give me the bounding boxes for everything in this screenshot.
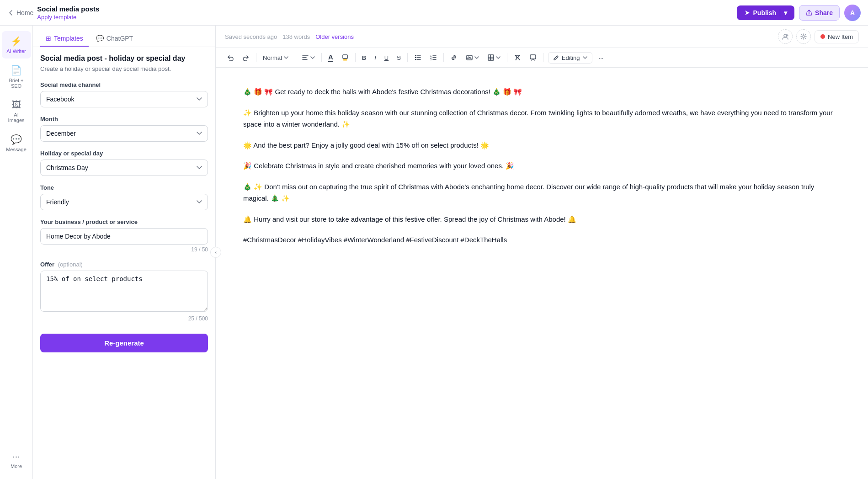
add-collaborator-button[interactable] <box>778 29 793 44</box>
gear-icon <box>800 33 807 40</box>
image-icon: 🖼 <box>12 100 21 110</box>
editor-paragraph-3: 🌟 And the best part? Enjoy a jolly good … <box>243 139 841 151</box>
icon-sidebar: ⚡ AI Writer 📄 Brief + SEO 🖼 AI Images 💬 … <box>0 26 33 479</box>
table-button[interactable] <box>484 52 504 64</box>
tab-templates[interactable]: ⊞ Templates <box>40 31 89 47</box>
bold-icon: B <box>362 54 366 61</box>
sidebar-item-more[interactable]: ··· More <box>2 447 31 474</box>
highlight-button[interactable] <box>338 52 352 64</box>
tab-templates-label: Templates <box>54 35 83 42</box>
redo-icon <box>242 54 250 61</box>
message-icon: 💬 <box>11 134 22 145</box>
style-label: Normal <box>263 54 282 61</box>
align-button[interactable] <box>298 52 319 64</box>
holiday-select[interactable]: Christmas Day New Year's Day Valentine's… <box>40 160 208 176</box>
settings-button[interactable] <box>796 29 811 44</box>
editor-paragraph-2: ✨ Brighten up your home this holiday sea… <box>243 107 841 130</box>
month-select[interactable]: JanuaryFebruaryMarch AprilMayJune JulyAu… <box>40 125 208 142</box>
editor-paragraph-6: 🔔 Hurry and visit our store to take adva… <box>243 213 841 225</box>
table-chevron-icon <box>496 56 501 59</box>
align-left-icon <box>302 54 309 61</box>
redo-button[interactable] <box>239 52 253 64</box>
top-nav-left: Home Social media posts Apply template <box>7 5 99 21</box>
italic-button[interactable]: I <box>371 52 380 64</box>
form-group-social-channel: Social media channel Facebook Instagram … <box>40 81 208 107</box>
editor-hashtags: #ChristmasDecor #HolidayVibes #WinterWon… <box>243 234 841 246</box>
new-item-button[interactable]: New Item <box>815 30 859 43</box>
editor-paragraph-1: 🎄 🎁 🎀 Get ready to deck the halls with A… <box>243 86 841 98</box>
bold-button[interactable]: B <box>358 52 370 64</box>
undo-button[interactable] <box>223 52 238 64</box>
sidebar-item-ai-images[interactable]: 🖼 AI Images <box>2 95 31 128</box>
sidebar-label-ai-writer: AI Writer <box>6 48 26 54</box>
new-item-label: New Item <box>828 33 853 40</box>
more-options-button[interactable]: ··· <box>595 52 607 64</box>
image-chevron-icon <box>474 56 479 59</box>
svg-rect-12 <box>488 55 494 60</box>
editor-content[interactable]: 🎄 🎁 🎀 Get ready to deck the halls with A… <box>216 68 868 479</box>
chevron-left-icon <box>7 9 15 16</box>
form-group-holiday: Holiday or special day Christmas Day New… <box>40 150 208 176</box>
older-versions-link[interactable]: Older versions <box>315 33 354 40</box>
panel-tabs: ⊞ Templates 💬 ChatGPT <box>33 26 215 47</box>
editor-paragraph-5: 🎄 ✨ Don't miss out on capturing the true… <box>243 181 841 204</box>
business-input[interactable] <box>40 228 208 245</box>
home-label: Home <box>16 9 33 16</box>
form-group-tone: Tone Friendly Professional Casual Humoro… <box>40 184 208 210</box>
regenerate-button[interactable]: Re-generate <box>40 334 208 352</box>
link-button[interactable] <box>447 52 461 64</box>
social-channel-select[interactable]: Facebook Instagram Twitter LinkedIn Pint… <box>40 91 208 107</box>
text-color-icon: A <box>328 53 333 62</box>
avatar[interactable]: A <box>844 5 861 21</box>
sidebar-label-brief-seo: Brief + SEO <box>5 78 27 89</box>
home-link[interactable]: Home <box>7 9 33 16</box>
offer-textarea[interactable]: 15% of on select products <box>40 271 208 312</box>
svg-point-11 <box>468 57 469 58</box>
tab-chatgpt[interactable]: 💬 ChatGPT <box>91 31 138 47</box>
editor-topbar: Saved seconds ago 138 words Older versio… <box>216 26 868 48</box>
saved-text: Saved seconds ago <box>225 33 277 40</box>
template-description: Create a holiday or special day social m… <box>40 65 208 72</box>
insert-image-icon <box>466 54 473 61</box>
svg-point-1 <box>784 34 787 37</box>
sidebar-item-message[interactable]: 💬 Message <box>2 129 31 157</box>
tone-select[interactable]: Friendly Professional Casual Humorous In… <box>40 194 208 210</box>
image-button[interactable] <box>462 52 483 64</box>
form-group-business: Your business / product or service 19 / … <box>40 218 208 253</box>
highlight-icon <box>341 54 349 61</box>
toolbar-divider-7 <box>507 53 507 62</box>
sidebar-item-ai-writer[interactable]: ⚡ AI Writer <box>2 31 31 59</box>
strikethrough-button[interactable]: S <box>393 52 405 64</box>
strikethrough-icon: S <box>397 54 401 61</box>
publish-chevron[interactable]: ▾ <box>780 9 787 16</box>
template-title: Social media post - holiday or special d… <box>40 54 208 63</box>
text-color-button[interactable]: A <box>325 51 337 64</box>
comment-button[interactable] <box>526 52 540 64</box>
table-icon <box>487 54 495 61</box>
numbered-list-button[interactable]: 1.2.3. <box>426 52 441 64</box>
more-icon: ··· <box>12 451 20 462</box>
editor-toolbar: Normal A B I U S <box>216 48 868 68</box>
numbered-list-icon: 1.2.3. <box>430 54 437 61</box>
editing-mode-selector[interactable]: Editing <box>548 52 592 64</box>
publish-button[interactable]: Publish ▾ <box>737 5 795 20</box>
publish-icon <box>744 10 751 16</box>
style-picker[interactable]: Normal <box>259 53 292 63</box>
word-count: 138 words <box>282 33 310 40</box>
toolbar-divider-8 <box>543 53 543 62</box>
underline-button[interactable]: U <box>381 52 392 64</box>
business-label: Your business / product or service <box>40 218 208 225</box>
bullet-list-button[interactable] <box>410 52 425 64</box>
share-button[interactable]: Share <box>799 5 840 21</box>
month-label: Month <box>40 116 208 122</box>
form-group-month: Month JanuaryFebruaryMarch AprilMayJune … <box>40 116 208 142</box>
sidebar-item-brief-seo[interactable]: 📄 Brief + SEO <box>2 60 31 93</box>
clear-format-button[interactable] <box>510 52 525 64</box>
apply-template-link[interactable]: Apply template <box>37 14 99 21</box>
svg-point-6 <box>415 59 416 60</box>
align-chevron-icon <box>310 56 315 59</box>
share-icon <box>806 10 812 16</box>
add-person-icon <box>782 33 788 40</box>
panel-collapse-button[interactable]: ‹ <box>210 247 221 258</box>
svg-rect-3 <box>343 55 347 59</box>
